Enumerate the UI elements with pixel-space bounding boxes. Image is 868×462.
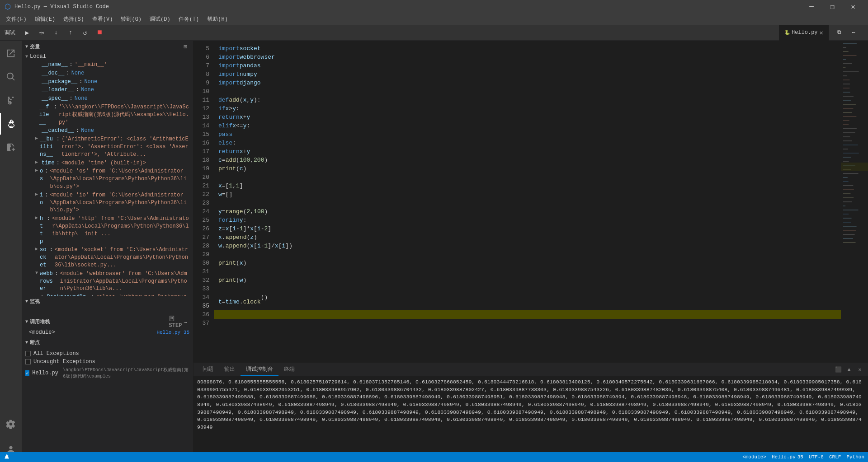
menu-help[interactable]: 帮助(H): [203, 14, 231, 24]
var-builtins[interactable]: ▶ __builtins__ : {'ArithmeticError': <cl…: [22, 135, 193, 159]
console-output[interactable]: 80898876, 0.6180555555555556, 0.61802575…: [193, 377, 868, 462]
var-spec[interactable]: __spec__ : None: [22, 94, 193, 103]
status-right: <module> Hello.py 35 UTF-8 CRLF Python: [742, 454, 864, 460]
menu-view[interactable]: 查看(V): [89, 14, 117, 24]
code-line-27: x.append(z): [214, 233, 841, 242]
var-cached[interactable]: __cached__ : None: [22, 126, 193, 135]
var-package[interactable]: __package__ : None: [22, 78, 193, 86]
callstack-item[interactable]: <module> Hello.py 35: [22, 328, 193, 336]
local-arrow: ▼: [25, 54, 28, 59]
var-webbrowser[interactable]: ▼ webbrowser : <module 'webbrowser' from…: [22, 270, 193, 293]
code-line-30: print(x): [214, 259, 841, 267]
menu-file[interactable]: 文件(F): [2, 14, 30, 24]
code-line-37: [214, 327, 841, 336]
var-name[interactable]: __name__ : '__main__': [22, 61, 193, 69]
expand-all-btn[interactable]: ⊞: [181, 42, 189, 51]
menu-task[interactable]: 任务(T): [175, 14, 203, 24]
tab-output[interactable]: 输出: [219, 364, 241, 376]
code-line-16: else:: [214, 139, 841, 147]
var-time[interactable]: ▶ time : <module 'time' (built-in)>: [22, 159, 193, 168]
editor-content[interactable]: 5 6 7 8 9 10 11 12 13 14 15 16 17 18 19 …: [193, 41, 868, 363]
var-loader[interactable]: __loader__ : None: [22, 86, 193, 94]
local-header[interactable]: ▼ Local: [22, 52, 193, 61]
bp-hello-checkbox[interactable]: ✓: [25, 370, 29, 376]
stop-button[interactable]: ⏹: [93, 26, 106, 39]
code-line-13: return x+y: [214, 113, 841, 121]
code-line-33: [214, 285, 841, 293]
variables-header[interactable]: ▼ 变量 ⊞: [22, 41, 193, 52]
bp-uncaught-exceptions[interactable]: Uncaught Exceptions: [25, 358, 189, 366]
status-language[interactable]: Python: [846, 454, 864, 460]
bp-all-exceptions-checkbox[interactable]: [25, 351, 31, 356]
restart-button[interactable]: ↺: [79, 26, 91, 39]
status-module: <module>: [742, 454, 766, 460]
status-file-location[interactable]: Hello.py 35: [772, 454, 803, 460]
activity-extensions[interactable]: [0, 136, 22, 158]
editor-tabs: 🐍 Hello.py ✕ ⧉ ⋯: [779, 25, 863, 41]
menu-debug[interactable]: 调试(D): [146, 14, 174, 24]
bp-all-exceptions[interactable]: All Exceptions: [25, 350, 189, 358]
code-area[interactable]: import socket import webbrowser import p…: [214, 41, 841, 363]
step-out-button[interactable]: ↑: [64, 26, 77, 39]
var-file[interactable]: __file__ : '\\\\angkor\\FTPDocs\\Javascr…: [22, 103, 193, 126]
var-socket[interactable]: ▶ socket : <module 'socket' from 'C:\Use…: [22, 246, 193, 269]
code-line-26: z=x[i-1]*x[i-2]: [214, 224, 841, 233]
status-encoding[interactable]: UTF-8: [809, 454, 824, 460]
variables-tree[interactable]: ▼ Local __name__ : '__main__' __doc__ : …: [22, 52, 193, 296]
debug-clear-button[interactable]: ⬛: [834, 365, 843, 374]
callstack-step-btn[interactable]: 回 STEP: [171, 317, 179, 326]
callstack-content: <module> Hello.py 35: [22, 327, 193, 337]
activity-debug[interactable]: [0, 113, 22, 135]
status-line-ending[interactable]: CRLF: [829, 454, 841, 460]
callstack-header[interactable]: ▼ 调用堆栈 回 STEP …: [22, 316, 193, 327]
debug-bottom-panel: 问题 输出 调试控制台 终端 ⬛ ▲ ✕ 80898876, 0.6180555…: [193, 363, 868, 462]
bp-uncaught-checkbox[interactable]: [25, 359, 31, 364]
breakpoints-header[interactable]: ▼ 断点: [22, 337, 193, 348]
more-actions-button[interactable]: ⋯: [847, 26, 860, 39]
activity-explorer[interactable]: [0, 42, 22, 64]
status-debug-icon[interactable]: [4, 454, 10, 460]
var-http[interactable]: ▶ http : <module 'http' from 'C:\Users\A…: [22, 215, 193, 246]
tab-terminal[interactable]: 终端: [278, 364, 300, 376]
variables-label: 变量: [30, 43, 40, 50]
tab-debug-console[interactable]: 调试控制台: [241, 364, 278, 376]
continue-button[interactable]: ▶: [21, 26, 33, 39]
watch-header[interactable]: ▼ 监视: [22, 296, 193, 307]
tab-problems[interactable]: 问题: [197, 364, 219, 376]
debug-tabs: 问题 输出 调试控制台 终端 ⬛ ▲ ✕: [193, 363, 868, 377]
activity-settings[interactable]: [0, 413, 22, 435]
breakpoints-arrow: ▼: [25, 340, 28, 345]
step-over-button[interactable]: ⤼: [35, 26, 48, 39]
var-os[interactable]: ▶ os : <module 'os' from 'C:\Users\Admin…: [22, 167, 193, 191]
activity-search[interactable]: [0, 66, 22, 88]
menu-select[interactable]: 选择(S): [60, 14, 88, 24]
line-7: 7: [193, 61, 209, 70]
line-15: 15: [193, 130, 209, 139]
debug-maximize-button[interactable]: ▲: [844, 365, 854, 374]
var-backgroundbrowser[interactable]: ▶ BackgroundBrowser : <class 'webbrowser…: [22, 293, 193, 296]
callstack-more-btn[interactable]: …: [181, 317, 189, 326]
step-into-button[interactable]: ↓: [50, 26, 62, 39]
menu-goto[interactable]: 转到(G): [117, 14, 145, 24]
close-button[interactable]: ✕: [843, 0, 863, 14]
editor-tab-hello[interactable]: 🐍 Hello.py ✕: [779, 25, 829, 41]
code-line-17: return x+y: [214, 147, 841, 156]
menu-edit[interactable]: 编辑(E): [31, 14, 59, 24]
bp-uncaught-label: Uncaught Exceptions: [33, 359, 95, 365]
debug-close-button[interactable]: ✕: [855, 365, 864, 374]
bp-hello-path: \angkor\FTPDocs\Javascript\JavaScript权威指…: [63, 367, 189, 379]
line-5: 5: [193, 44, 209, 53]
bp-hello-py[interactable]: ✓ Hello.py \angkor\FTPDocs\Javascript\Ja…: [25, 366, 189, 380]
toolbar-left: 调试 ▶ ⤼ ↓ ↑ ↺ ⏹: [5, 26, 106, 39]
split-editor-button[interactable]: ⧉: [833, 26, 845, 39]
editor-area: 5 6 7 8 9 10 11 12 13 14 15 16 17 18 19 …: [193, 41, 868, 462]
status-callstack[interactable]: <module>: [742, 454, 766, 460]
maximize-button[interactable]: ❐: [822, 0, 843, 14]
minimize-button[interactable]: —: [801, 0, 822, 14]
var-io[interactable]: ▶ io : <module 'io' from 'C:\Users\Admin…: [22, 191, 193, 215]
line-26: 26: [193, 224, 209, 233]
var-doc[interactable]: __doc__ : None: [22, 69, 193, 78]
activity-git[interactable]: [0, 89, 22, 111]
tab-close-button[interactable]: ✕: [820, 29, 823, 37]
status-line: 35: [797, 454, 803, 460]
